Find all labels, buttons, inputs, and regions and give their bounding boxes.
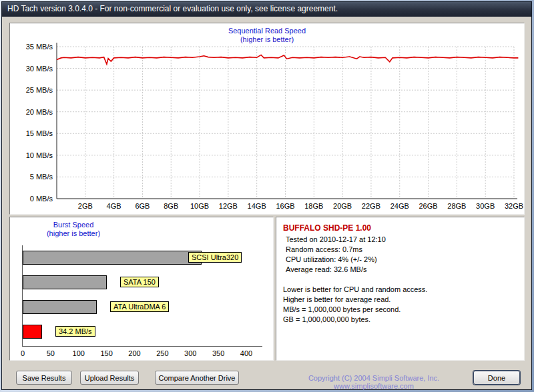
cpu-utilization-line: CPU utilization: 4% (+/- 2%) (276, 255, 524, 265)
drive-name: BUFFALO SHD-PE 1.00 (276, 217, 524, 235)
y-axis-label: 15 MB/s (26, 129, 53, 137)
drive-info-panel: BUFFALO SHD-PE 1.00 Tested on 2010-12-17… (276, 217, 525, 361)
x-axis-label: 10GB (190, 202, 209, 210)
window-titlebar[interactable]: HD Tach version 3.0.4.0 - For non-commer… (2, 2, 531, 17)
burst-bar-label: ATA UltraDMA 6 (110, 301, 169, 312)
burst-bar-label: 34.2 MB/s (55, 326, 95, 337)
note-line: GB = 1,000,000,000 bytes. (276, 315, 524, 325)
y-axis-label: 30 MB/s (26, 65, 53, 73)
upload-results-button[interactable]: Upload Results (80, 371, 139, 385)
note-line: Lower is better for CPU and random acces… (276, 285, 524, 295)
burst-speed-panel: Burst Speed (higher is better) 050100150… (9, 217, 274, 361)
x-axis-label: 16GB (276, 202, 294, 210)
y-axis-label: 10 MB/s (26, 151, 53, 159)
burst-axis-tick: 350 (212, 349, 224, 357)
average-read-line: Average read: 32.6 MB/s (276, 265, 524, 275)
burst-bar-1 (23, 251, 202, 265)
burst-bar-label: SATA 150 (120, 277, 159, 287)
burst-bar-label: SCSI Ultra320 (188, 252, 242, 263)
hdtach-window: HD Tach version 3.0.4.0 - For non-commer… (1, 1, 532, 390)
x-axis-label: 18GB (304, 202, 323, 210)
random-access-line: Random access: 0.7ms (276, 245, 524, 255)
burst-chart-subtitle: (higher is better) (10, 229, 137, 237)
burst-bar-3 (23, 300, 97, 314)
x-axis-label: 12GB (219, 202, 238, 210)
window-title: HD Tach version 3.0.4.0 - For non-commer… (7, 4, 338, 13)
note-line: Higher is better for average read. (276, 295, 524, 305)
burst-axis-tick: 50 (47, 349, 55, 357)
x-axis-label: 32GB (505, 202, 523, 210)
sequential-read-panel: Sequential Read Speed (higher is better)… (9, 23, 525, 215)
note-line: MB/s = 1,000,000 bytes per second. (276, 305, 524, 315)
tested-on-line: Tested on 2010-12-17 at 12:10 (276, 235, 524, 245)
burst-axis-tick: 300 (184, 349, 196, 357)
x-axis-label: 2GB (78, 202, 93, 210)
burst-axis-tick: 150 (100, 349, 112, 357)
x-axis-label: 28GB (447, 202, 466, 210)
x-axis-label: 24GB (390, 202, 409, 210)
done-button[interactable]: Done (473, 371, 520, 385)
x-axis-label: 8GB (164, 202, 178, 210)
client-area: Sequential Read Speed (higher is better)… (2, 17, 531, 389)
save-results-button[interactable]: Save Results (16, 371, 72, 385)
burst-axis-tick: 0 (21, 349, 25, 357)
y-axis-label: 35 MB/s (26, 43, 53, 51)
x-axis-label: 4GB (107, 202, 121, 210)
y-axis-label: 20 MB/s (26, 108, 53, 116)
burst-axis-tick: 200 (128, 349, 140, 357)
y-axis-label: 5 MB/s (30, 173, 53, 181)
sequential-read-line (57, 55, 518, 64)
copyright-text: Copyright (C) 2004 Simpli Software, Inc.… (274, 374, 474, 390)
y-axis-label: 0 MB/s (30, 195, 53, 203)
burst-axis-tick: 400 (240, 349, 252, 357)
y-axis-label: 25 MB/s (26, 86, 53, 94)
x-axis-label: 30GB (476, 202, 495, 210)
burst-bar-4 (23, 325, 42, 339)
burst-axis-tick: 100 (73, 349, 85, 357)
x-axis-label: 14GB (248, 202, 266, 210)
x-axis-label: 26GB (419, 202, 437, 210)
burst-chart: 050100150200250300350400SCSI Ultra320SAT… (22, 245, 262, 347)
compare-another-drive-button[interactable]: Compare Another Drive (155, 371, 239, 385)
x-axis-label: 20GB (333, 202, 352, 210)
sequential-chart: 0 MB/s5 MB/s10 MB/s15 MB/s20 MB/s25 MB/s… (10, 23, 524, 214)
burst-bar-2 (23, 275, 107, 289)
burst-chart-title: Burst Speed (10, 221, 137, 229)
x-axis-label: 22GB (362, 202, 380, 210)
x-axis-label: 6GB (135, 202, 150, 210)
burst-axis-tick: 250 (156, 349, 168, 357)
info-notes: Lower is better for CPU and random acces… (276, 285, 524, 325)
